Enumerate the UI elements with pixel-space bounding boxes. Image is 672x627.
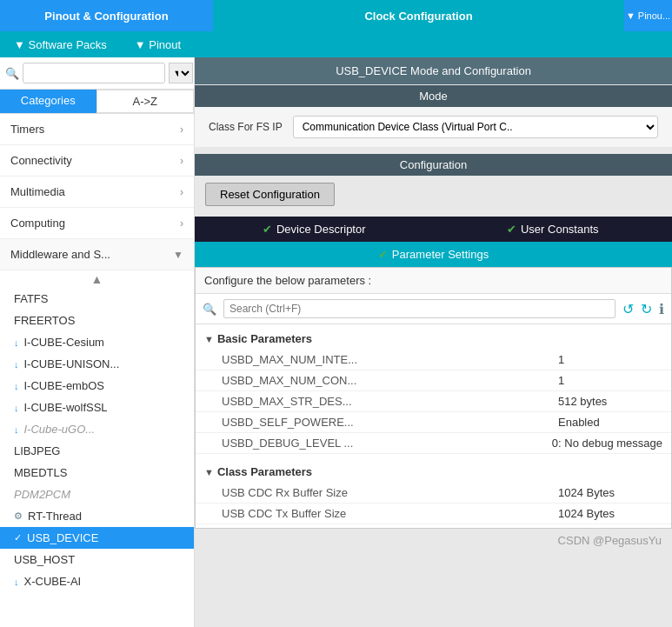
class-for-fs-select[interactable]: Communication Device Class (Virtual Port… xyxy=(293,116,658,138)
param-row: USB CDC Tx Buffer Size 1024 Bytes xyxy=(196,504,671,524)
config-tab-row2: ✔ Parameter Settings xyxy=(195,242,672,267)
chevron-down-icon: ▼ xyxy=(173,249,183,261)
main-layout: 🔍 ▼ ⚙ Categories A->Z Timers › Connectiv… xyxy=(0,57,672,627)
tab-az[interactable]: A->Z xyxy=(96,90,195,113)
sidebar-item-xcube-ai[interactable]: ↓ X-CUBE-AI xyxy=(0,570,194,592)
config-actions: Reset Configuration xyxy=(195,176,672,213)
config-section-header: Configuration xyxy=(195,154,672,176)
collapse-arrow-icon: ▼ xyxy=(204,334,214,344)
class-params-header[interactable]: ▼ Class Parameters xyxy=(196,461,671,483)
params-search-bar: 🔍 ↺ ↻ ℹ xyxy=(196,294,671,324)
check-icon: ✔ xyxy=(263,223,272,236)
tab-categories[interactable]: Categories xyxy=(0,90,96,113)
param-group-basic: ▼ Basic Parameters USBD_MAX_NUM_INTE... … xyxy=(196,324,671,457)
sidebar-item-mbedtls[interactable]: MBEDTLS xyxy=(0,462,194,484)
config-tabs: ✔ Device Descriptor ✔ User Constants xyxy=(195,217,672,242)
next-icon[interactable]: ↻ xyxy=(641,301,652,317)
reset-configuration-button[interactable]: Reset Configuration xyxy=(205,183,335,206)
software-packs-nav[interactable]: ▼ Software Packs xyxy=(0,31,121,57)
sidebar-item-multimedia[interactable]: Multimedia › xyxy=(0,177,194,208)
mode-section-header: Mode xyxy=(195,85,672,107)
mode-row: Class For FS IP Communication Device Cla… xyxy=(195,107,672,147)
sidebar-item-connectivity[interactable]: Connectivity › xyxy=(0,145,194,177)
content-area: USB_DEVICE Mode and Configuration Mode C… xyxy=(195,57,672,627)
sidebar-tabs: Categories A->Z xyxy=(0,90,194,114)
class-for-fs-label: Class For FS IP xyxy=(209,121,283,133)
params-search-input[interactable] xyxy=(223,299,615,318)
download-icon: ↓ xyxy=(14,577,19,587)
sidebar-item-computing[interactable]: Computing › xyxy=(0,208,194,239)
search-input[interactable] xyxy=(23,63,165,83)
check-icon: ✔ xyxy=(378,248,388,261)
download-icon: ↓ xyxy=(14,424,19,435)
top-navigation: Pinout & Configuration Clock Configurati… xyxy=(0,0,672,31)
info-icon[interactable]: ℹ xyxy=(659,301,664,317)
prev-icon[interactable]: ↺ xyxy=(622,301,634,317)
tab-user-constants[interactable]: ✔ User Constants xyxy=(434,217,673,242)
search-icon: 🔍 xyxy=(5,67,19,80)
gear-icon: ⚙ xyxy=(14,510,23,522)
sidebar-item-rtthread[interactable]: ⚙ RT-Thread xyxy=(0,505,194,527)
param-row: USBD_DEBUG_LEVEL ... 0: No debug message xyxy=(196,433,671,454)
download-icon: ↓ xyxy=(14,403,19,413)
content-title: USB_DEVICE Mode and Configuration xyxy=(195,57,672,84)
sidebar-item-timers[interactable]: Timers › xyxy=(0,114,194,145)
sidebar-item-icube-ugo[interactable]: ↓ I-Cube-uGO... xyxy=(0,418,194,440)
sidebar-item-pdm2pcm[interactable]: PDM2PCM xyxy=(0,484,194,505)
sidebar-item-icube-cesium[interactable]: ↓ I-CUBE-Cesium xyxy=(0,331,194,353)
sidebar-item-usb-device[interactable]: ✓ USB_DEVICE xyxy=(0,527,194,549)
pinout-overflow-tab[interactable]: ▼ Pinou... xyxy=(624,0,672,31)
pinout-nav[interactable]: ▼ Pinout xyxy=(121,31,195,57)
tab-device-descriptor[interactable]: ✔ Device Descriptor xyxy=(195,217,434,242)
sidebar-item-libjpeg[interactable]: LIBJPEG xyxy=(0,440,194,462)
sidebar-item-icube-wolfssl[interactable]: ↓ I-CUBE-wolfSSL xyxy=(0,397,194,418)
clock-config-tab[interactable]: Clock Configuration xyxy=(213,0,624,31)
sidebar-item-icube-unison[interactable]: ↓ I-CUBE-UNISON... xyxy=(0,353,194,375)
sidebar: 🔍 ▼ ⚙ Categories A->Z Timers › Connectiv… xyxy=(0,57,195,627)
sidebar-item-fatfs[interactable]: FATFS xyxy=(0,288,194,310)
second-navigation: ▼ Software Packs ▼ Pinout xyxy=(0,31,672,57)
chevron-right-icon: › xyxy=(180,186,183,198)
sidebar-item-freertos[interactable]: FREERTOS xyxy=(0,310,194,331)
collapse-arrow-icon: ▼ xyxy=(204,467,214,477)
search-icon: 🔍 xyxy=(203,303,216,316)
download-icon: ↓ xyxy=(14,337,19,348)
sidebar-item-usb-host[interactable]: USB_HOST xyxy=(0,549,194,570)
basic-params-header[interactable]: ▼ Basic Parameters xyxy=(196,328,671,350)
param-row: USBD_MAX_STR_DES... 512 bytes xyxy=(196,391,671,412)
param-row: USBD_MAX_NUM_INTE... 1 xyxy=(196,350,671,370)
sidebar-item-icube-embos[interactable]: ↓ I-CUBE-embOS xyxy=(0,375,194,397)
download-icon: ↓ xyxy=(14,359,19,370)
chevron-right-icon: › xyxy=(180,217,183,230)
params-section: Configure the below parameters : 🔍 ↺ ↻ ℹ… xyxy=(195,267,672,529)
search-dropdown[interactable]: ▼ xyxy=(169,63,193,83)
param-group-class: ▼ Class Parameters USB CDC Rx Buffer Siz… xyxy=(196,457,671,528)
check-icon: ✓ xyxy=(14,532,22,544)
sidebar-search-bar: 🔍 ▼ ⚙ xyxy=(0,57,194,90)
chevron-right-icon: › xyxy=(180,155,183,167)
params-header: Configure the below parameters : xyxy=(196,268,671,294)
param-row: USBD_SELF_POWERE... Enabled xyxy=(196,412,671,433)
param-row: USBD_MAX_NUM_CON... 1 xyxy=(196,370,671,391)
sidebar-item-middleware[interactable]: Middleware and S... ▼ xyxy=(0,239,194,270)
tab-parameter-settings[interactable]: ✔ Parameter Settings xyxy=(195,242,672,267)
chevron-right-icon: › xyxy=(180,123,183,136)
download-icon: ↓ xyxy=(14,381,19,391)
check-icon: ✔ xyxy=(507,223,516,236)
sidebar-content: Timers › Connectivity › Multimedia › Com… xyxy=(0,114,194,627)
pinout-config-tab[interactable]: Pinout & Configuration xyxy=(0,0,213,31)
watermark: CSDN @PegasusYu xyxy=(195,529,672,552)
param-row: USB CDC Rx Buffer Size 1024 Bytes xyxy=(196,483,671,504)
